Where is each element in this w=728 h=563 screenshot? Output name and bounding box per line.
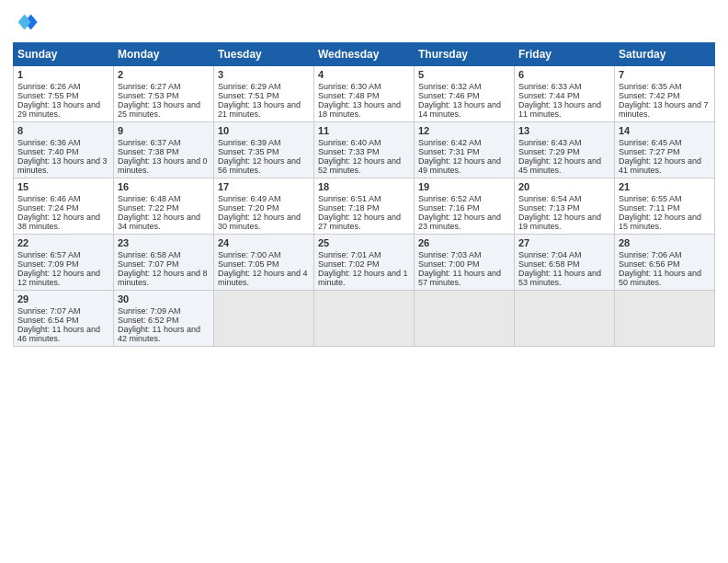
sunset: Sunset: 7:55 PM: [17, 91, 79, 100]
sunset: Sunset: 7:31 PM: [418, 147, 480, 156]
daylight: Daylight: 12 hours and 34 minutes.: [118, 213, 200, 231]
day-number: 25: [318, 237, 410, 248]
daylight: Daylight: 12 hours and 30 minutes.: [218, 213, 301, 231]
col-header-sunday: Sunday: [14, 43, 114, 66]
day-cell: 10Sunrise: 6:39 AMSunset: 7:35 PMDayligh…: [214, 122, 314, 178]
day-cell: 9Sunrise: 6:37 AMSunset: 7:38 PMDaylight…: [114, 122, 214, 178]
svg-marker-1: [18, 15, 31, 30]
sunrise: Sunrise: 6:40 AM: [318, 138, 381, 147]
day-cell: 8Sunrise: 6:36 AMSunset: 7:40 PMDaylight…: [14, 122, 114, 178]
day-number: 21: [619, 181, 711, 192]
day-cell: 6Sunrise: 6:33 AMSunset: 7:44 PMDaylight…: [515, 66, 615, 122]
col-header-wednesday: Wednesday: [314, 43, 415, 66]
day-number: 28: [619, 237, 711, 248]
sunrise: Sunrise: 6:57 AM: [17, 250, 81, 259]
day-cell: 16Sunrise: 6:48 AMSunset: 7:22 PMDayligh…: [114, 178, 214, 235]
day-cell: 27Sunrise: 7:04 AMSunset: 6:58 PMDayligh…: [515, 235, 615, 291]
col-header-friday: Friday: [515, 43, 615, 66]
day-number: 22: [17, 237, 109, 248]
sunset: Sunset: 7:40 PM: [17, 147, 79, 156]
day-cell: 3Sunrise: 6:29 AMSunset: 7:51 PMDaylight…: [214, 66, 314, 122]
sunrise: Sunrise: 6:39 AM: [218, 138, 281, 147]
day-number: 17: [218, 181, 310, 192]
sunrise: Sunrise: 6:55 AM: [619, 194, 682, 203]
sunset: Sunset: 7:05 PM: [218, 259, 279, 269]
sunrise: Sunrise: 6:49 AM: [218, 194, 281, 203]
day-cell: 2Sunrise: 6:27 AMSunset: 7:53 PMDaylight…: [114, 66, 214, 122]
daylight: Daylight: 12 hours and 1 minute.: [318, 269, 408, 287]
day-number: 9: [118, 125, 210, 136]
week-row-4: 22Sunrise: 6:57 AMSunset: 7:09 PMDayligh…: [14, 235, 715, 291]
daylight: Daylight: 12 hours and 19 minutes.: [518, 213, 601, 231]
daylight: Daylight: 12 hours and 12 minutes.: [17, 269, 100, 287]
day-cell: 14Sunrise: 6:45 AMSunset: 7:27 PMDayligh…: [615, 122, 715, 178]
day-number: 11: [318, 125, 410, 136]
sunrise: Sunrise: 6:26 AM: [17, 82, 81, 91]
sunset: Sunset: 7:33 PM: [318, 147, 380, 156]
day-number: 1: [17, 69, 109, 80]
week-row-2: 8Sunrise: 6:36 AMSunset: 7:40 PMDaylight…: [14, 122, 715, 178]
day-number: 23: [118, 237, 210, 248]
day-cell: 17Sunrise: 6:49 AMSunset: 7:20 PMDayligh…: [214, 178, 314, 235]
day-cell: [515, 291, 615, 347]
sunset: Sunset: 7:29 PM: [518, 147, 580, 156]
day-cell: 13Sunrise: 6:43 AMSunset: 7:29 PMDayligh…: [515, 122, 615, 178]
sunrise: Sunrise: 7:07 AM: [17, 306, 81, 316]
sunrise: Sunrise: 6:48 AM: [118, 194, 181, 203]
sunrise: Sunrise: 6:45 AM: [619, 138, 682, 147]
day-number: 10: [218, 125, 310, 136]
calendar-header-row: SundayMondayTuesdayWednesdayThursdayFrid…: [14, 43, 715, 66]
day-cell: 30Sunrise: 7:09 AMSunset: 6:52 PMDayligh…: [114, 291, 214, 347]
sunset: Sunset: 7:35 PM: [218, 147, 279, 156]
day-number: 20: [518, 181, 610, 192]
sunrise: Sunrise: 6:46 AM: [17, 194, 81, 203]
daylight: Daylight: 12 hours and 56 minutes.: [218, 156, 301, 175]
day-cell: 22Sunrise: 6:57 AMSunset: 7:09 PMDayligh…: [14, 235, 114, 291]
day-cell: 7Sunrise: 6:35 AMSunset: 7:42 PMDaylight…: [615, 66, 715, 122]
day-number: 29: [17, 293, 109, 304]
daylight: Daylight: 11 hours and 57 minutes.: [418, 269, 501, 287]
day-number: 14: [619, 125, 711, 136]
day-cell: 28Sunrise: 7:06 AMSunset: 6:56 PMDayligh…: [615, 235, 715, 291]
sunrise: Sunrise: 6:29 AM: [218, 82, 281, 91]
sunrise: Sunrise: 6:37 AM: [118, 138, 181, 147]
daylight: Daylight: 13 hours and 7 minutes.: [619, 100, 709, 119]
day-cell: 23Sunrise: 6:58 AMSunset: 7:07 PMDayligh…: [114, 235, 214, 291]
header: [13, 9, 715, 35]
daylight: Daylight: 13 hours and 3 minutes.: [17, 156, 108, 175]
day-cell: [615, 291, 715, 347]
sunset: Sunset: 7:22 PM: [118, 203, 179, 213]
day-cell: [415, 291, 515, 347]
col-header-tuesday: Tuesday: [214, 43, 314, 66]
sunset: Sunset: 7:46 PM: [418, 91, 480, 100]
sunset: Sunset: 7:51 PM: [218, 91, 279, 100]
daylight: Daylight: 13 hours and 11 minutes.: [518, 100, 601, 119]
col-header-saturday: Saturday: [615, 43, 715, 66]
day-cell: [214, 291, 314, 347]
sunset: Sunset: 7:48 PM: [318, 91, 380, 100]
day-cell: 25Sunrise: 7:01 AMSunset: 7:02 PMDayligh…: [314, 235, 415, 291]
sunrise: Sunrise: 6:42 AM: [418, 138, 482, 147]
sunset: Sunset: 7:42 PM: [619, 91, 680, 100]
week-row-3: 15Sunrise: 6:46 AMSunset: 7:24 PMDayligh…: [14, 178, 715, 235]
day-number: 13: [518, 125, 610, 136]
day-number: 16: [118, 181, 210, 192]
day-number: 3: [218, 69, 310, 80]
day-number: 12: [418, 125, 510, 136]
daylight: Daylight: 12 hours and 38 minutes.: [17, 213, 100, 231]
day-number: 2: [118, 69, 210, 80]
sunrise: Sunrise: 6:51 AM: [318, 194, 381, 203]
day-number: 27: [518, 237, 610, 248]
sunset: Sunset: 7:11 PM: [619, 203, 680, 213]
sunrise: Sunrise: 6:27 AM: [118, 82, 181, 91]
day-cell: 21Sunrise: 6:55 AMSunset: 7:11 PMDayligh…: [615, 178, 715, 235]
col-header-thursday: Thursday: [415, 43, 515, 66]
sunrise: Sunrise: 7:04 AM: [518, 250, 582, 259]
daylight: Daylight: 12 hours and 49 minutes.: [418, 156, 501, 175]
sunset: Sunset: 7:16 PM: [418, 203, 480, 213]
day-number: 26: [418, 237, 510, 248]
daylight: Daylight: 12 hours and 23 minutes.: [418, 213, 501, 231]
daylight: Daylight: 13 hours and 14 minutes.: [418, 100, 501, 119]
col-header-monday: Monday: [114, 43, 214, 66]
week-row-1: 1Sunrise: 6:26 AMSunset: 7:55 PMDaylight…: [14, 66, 715, 122]
